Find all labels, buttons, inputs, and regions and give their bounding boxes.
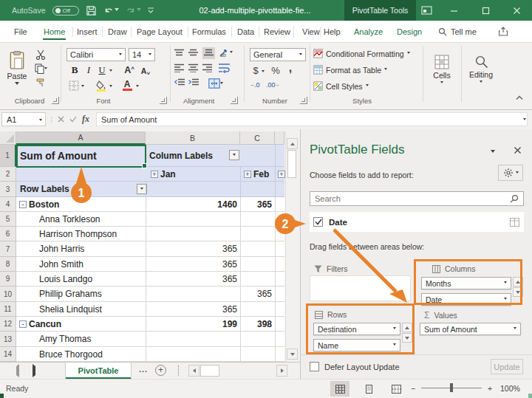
format-as-table-button[interactable]: Format as Table: [313, 65, 387, 75]
paste-button[interactable]: Paste: [6, 47, 28, 90]
cell-b6[interactable]: [146, 227, 240, 241]
row-header-4[interactable]: 4: [0, 197, 16, 212]
columns-scroll-up-button[interactable]: [513, 277, 523, 287]
cell-c11[interactable]: [240, 302, 275, 316]
view-page-break-button[interactable]: [386, 381, 406, 397]
enter-entry-icon[interactable]: [69, 116, 77, 123]
cell-a9[interactable]: Louis Landgo: [39, 272, 146, 286]
autosave-toggle[interactable]: Off: [52, 6, 79, 16]
rows-scroll-down-button[interactable]: [402, 333, 412, 343]
sheet-tab-overflow[interactable]: ...: [139, 365, 148, 374]
accounting-format-button[interactable]: $: [251, 64, 260, 76]
cell-a8[interactable]: John Smith: [39, 257, 146, 271]
cell-b7[interactable]: 365: [146, 241, 240, 256]
number-format-combo[interactable]: General: [250, 48, 306, 61]
field-item-date[interactable]: Date: [310, 214, 524, 230]
align-middle-button[interactable]: [188, 49, 198, 58]
cell-b4[interactable]: 1460: [146, 197, 240, 211]
decrease-font-button[interactable]: A˅: [139, 65, 152, 77]
close-button[interactable]: [505, 0, 528, 21]
align-center-button[interactable]: [188, 64, 198, 72]
ribbon-display-options-button[interactable]: [415, 0, 437, 21]
cell-b5[interactable]: [146, 212, 240, 226]
row-header-2[interactable]: 2: [0, 167, 16, 182]
font-size-combo[interactable]: 14: [129, 48, 155, 61]
column-header-c[interactable]: C: [240, 131, 275, 145]
defer-layout-checkbox[interactable]: [310, 362, 319, 371]
column-header-b[interactable]: B: [146, 131, 240, 145]
vertical-scrollbar[interactable]: [285, 131, 298, 362]
collapse-boston-icon[interactable]: -: [19, 201, 27, 208]
cell-c2[interactable]: +Feb: [244, 167, 276, 181]
horizontal-scroll-thumb[interactable]: [200, 365, 219, 377]
expand-jan-icon[interactable]: +: [151, 171, 158, 178]
cell-a11[interactable]: Shelia Lindquist: [39, 302, 146, 316]
hscroll-right-button[interactable]: [276, 365, 287, 377]
sheet-nav-left-icon[interactable]: [16, 366, 19, 375]
update-button[interactable]: Update: [491, 359, 523, 374]
add-sheet-button[interactable]: +: [155, 365, 166, 376]
columns-field-date[interactable]: Date: [421, 293, 511, 306]
number-dialog-launcher[interactable]: [300, 97, 307, 104]
cells-button[interactable]: Cells: [429, 47, 455, 92]
align-top-button[interactable]: [174, 49, 184, 58]
tab-review[interactable]: Review: [257, 21, 297, 42]
tab-home[interactable]: Home: [37, 21, 72, 42]
orientation-button[interactable]: ab: [219, 47, 233, 58]
percent-style-button[interactable]: %: [270, 64, 281, 76]
values-field-sum-of-amount[interactable]: Sum of Amount: [420, 323, 521, 335]
cell-a13[interactable]: Amy Thomas: [39, 332, 146, 346]
column-labels-filter-button[interactable]: [229, 150, 239, 160]
vertical-scroll-thumb[interactable]: [287, 150, 296, 178]
tab-design[interactable]: Design: [390, 21, 429, 42]
row-header-11[interactable]: 11: [0, 302, 16, 317]
column-header-d-partial[interactable]: [275, 131, 284, 145]
cell-a14[interactable]: Bruce Thorgood: [39, 347, 146, 361]
minimize-button[interactable]: [443, 0, 465, 21]
redo-button[interactable]: [126, 5, 141, 16]
tools-button[interactable]: [498, 165, 523, 181]
row-header-3[interactable]: 3: [0, 182, 16, 197]
cell-a12[interactable]: -Cancun: [19, 317, 145, 331]
align-right-button[interactable]: [202, 64, 212, 72]
cut-button[interactable]: [34, 49, 47, 61]
increase-decimal-button[interactable]: ←.0: [250, 80, 262, 89]
view-normal-button[interactable]: [330, 381, 349, 397]
undo-button[interactable]: [103, 5, 119, 16]
cell-b11[interactable]: 365: [146, 302, 240, 316]
cell-c7[interactable]: [240, 241, 275, 256]
cell-b8[interactable]: 365: [146, 257, 240, 271]
row-header-1[interactable]: 1: [0, 145, 16, 167]
comma-style-button[interactable]: ,: [287, 62, 294, 74]
align-left-button[interactable]: [174, 64, 184, 72]
tab-scroll-splitter[interactable]: [178, 366, 180, 376]
row-header-5[interactable]: 5: [0, 212, 16, 227]
share-button[interactable]: [498, 21, 508, 42]
row-header-7[interactable]: 7: [0, 241, 16, 257]
cell-a1[interactable]: Sum of Amount: [20, 145, 146, 166]
rows-scroll-up-button[interactable]: [402, 323, 412, 332]
decrease-decimal-button[interactable]: .00→: [266, 80, 279, 89]
editing-button[interactable]: Editing: [466, 47, 497, 92]
increase-font-button[interactable]: A˄: [122, 64, 137, 76]
zoom-level[interactable]: 100%: [500, 384, 520, 393]
collapse-ribbon-button[interactable]: [516, 95, 523, 100]
format-painter-button[interactable]: [34, 77, 47, 89]
copy-button[interactable]: [34, 63, 47, 75]
cell-a5[interactable]: Anna Torkleson: [39, 212, 146, 226]
contextual-tab-group[interactable]: PivotTable Tools: [344, 0, 416, 21]
row-header-12[interactable]: 12: [0, 317, 16, 332]
tab-insert[interactable]: Insert: [70, 21, 104, 42]
tab-draw[interactable]: Draw: [101, 21, 134, 42]
zoom-slider-thumb[interactable]: [450, 383, 453, 392]
fill-color-button[interactable]: [95, 79, 108, 92]
cell-b12[interactable]: 199: [146, 317, 240, 331]
scroll-down-button[interactable]: [287, 349, 298, 360]
hscroll-left-button[interactable]: [188, 365, 200, 377]
cell-a7[interactable]: John Harris: [39, 241, 146, 256]
rows-field-destination[interactable]: Destination: [313, 323, 400, 335]
cell-c12[interactable]: 398: [240, 317, 275, 331]
row-header-6[interactable]: 6: [0, 227, 16, 241]
cell-c9[interactable]: [240, 272, 275, 286]
tab-analyze[interactable]: Analyze: [347, 21, 389, 42]
